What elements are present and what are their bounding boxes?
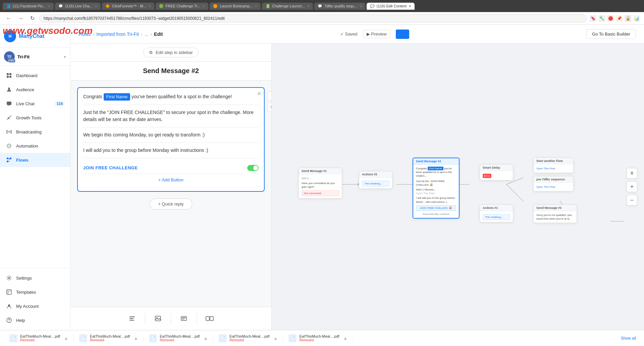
show-all-button[interactable]: Show all — [617, 336, 640, 341]
address-input[interactable]: https://manychat.com/fb1857970374451788/… — [39, 14, 587, 22]
flow-node-pre-7dfbc-sequence[interactable]: pre-7dfbc sequence Open This Flow — [533, 176, 574, 191]
sidebar-item-help[interactable]: Help — [0, 313, 70, 327]
ext-icon-3[interactable]: 🔴 — [607, 15, 614, 22]
close-message-button[interactable]: ✕ — [257, 91, 261, 97]
flow-node-send-message-1[interactable]: Send Message #1 Add a ... Have you commi… — [299, 168, 342, 198]
message-paragraph-4[interactable]: I will add you to the group before Monda… — [83, 147, 259, 154]
message-divider-3 — [83, 142, 259, 143]
sidebar-item-broadcasting[interactable]: Broadcasting — [0, 125, 70, 139]
automation-icon — [5, 142, 13, 150]
canvas-add-button[interactable]: + — [627, 181, 637, 192]
download-chevron-3[interactable]: ▲ — [204, 336, 208, 341]
download-chevron-4[interactable]: ▲ — [274, 336, 278, 341]
tab-close-3[interactable]: ✕ — [148, 4, 151, 8]
tab-close-5[interactable]: ✕ — [255, 4, 257, 8]
flow-canvas[interactable]: Send Message #1 Add a ... Have you commi… — [272, 44, 644, 330]
browser-tab-3[interactable]: 🔶 ClickFunnels™ - M... ✕ — [102, 3, 154, 10]
refresh-button[interactable]: ↻ — [28, 14, 37, 22]
download-filename-2: EatThisMuch-Meal....pdf — [90, 334, 130, 338]
browser-tab-7[interactable]: 💬 7dfbc qualify sequ... ✕ — [314, 3, 365, 10]
go-basic-builder-button[interactable]: Go To Basic Builder — [586, 29, 636, 39]
sidebar-item-flows[interactable]: Flows — [0, 153, 70, 167]
svg-rect-16 — [129, 318, 133, 319]
message-paragraph-2[interactable]: Just hit the "JOIN FREE CHALLENGE" to se… — [83, 109, 259, 123]
flow-node-actions-1[interactable]: Actions #1 This challeng... — [480, 205, 513, 222]
browser-tab-5[interactable]: 🟠 Launch Bootcamp... ✕ — [210, 3, 261, 10]
toolbar-row — [70, 307, 271, 330]
add-button-row[interactable]: + Add Button — [83, 174, 259, 186]
flow-node-smart-delay[interactable]: Smart Delay Error — [480, 164, 513, 180]
browser-tab-1[interactable]: 📘 (11) Facebook Pix... ✕ — [3, 3, 54, 10]
flow-node-send-message-2[interactable]: Send Message #2 Congrats First Name you'… — [413, 158, 460, 219]
first-name-tag[interactable]: First Name — [104, 93, 130, 101]
sidebar: M ManyChat TF PRO Tri-Fit ▾ Dashboard — [0, 25, 70, 330]
edit-step-sidebar-button[interactable]: ⚙ Edit step in sidebar — [143, 48, 199, 57]
tab-close-2[interactable]: ✕ — [95, 4, 97, 8]
gallery-toolbar-button[interactable] — [202, 311, 217, 326]
browser-tab-4[interactable]: 🟢 FREE Challenge Tr... ✕ — [156, 3, 208, 10]
download-chevron-5[interactable]: ▲ — [343, 336, 347, 341]
breadcrumb-ellipsis[interactable]: ... — [145, 32, 149, 37]
forward-button[interactable]: → — [16, 15, 25, 22]
message-card: ✕ ↑ ⧉ Congrats First Name you've been qu… — [77, 87, 265, 192]
toggle-switch[interactable] — [247, 165, 259, 171]
ext-icon-1[interactable]: 🔖 — [590, 15, 596, 22]
my-account-icon — [5, 302, 13, 310]
preview-button[interactable]: ▶ Preview — [363, 30, 390, 38]
flow-node-send-message-3[interactable]: Send Message #3 Sorry you're not qualifi… — [533, 205, 577, 223]
svg-rect-12 — [7, 290, 11, 294]
preview-icon: ▶ — [367, 32, 370, 37]
message-paragraph-1[interactable]: Congrats First Name you've been qualifie… — [83, 93, 259, 101]
move-up-button[interactable]: ↑ — [267, 91, 272, 101]
workspace-selector[interactable]: TF PRO Tri-Fit ▾ — [0, 48, 70, 66]
breadcrumb-edit: Edit — [154, 32, 163, 37]
flow-node-start-another-flow[interactable]: Start another Flow Open This Flow — [533, 158, 574, 173]
message-paragraph-3[interactable]: We begin this coming Monday, so get read… — [83, 131, 259, 138]
sidebar-item-growth-tools[interactable]: Growth Tools — [0, 111, 70, 125]
edit-step-label: Edit step in sidebar — [156, 50, 193, 55]
help-icon — [5, 316, 13, 324]
browser-tab-6[interactable]: 📗 Challenge Launch... ✕ — [262, 3, 313, 10]
breadcrumb-imported[interactable]: Imported from Tri-Fit — [96, 32, 139, 37]
sidebar-item-live-chat[interactable]: Live Chat 116 — [0, 97, 70, 111]
back-button[interactable]: ← — [4, 15, 13, 22]
sidebar-item-my-account[interactable]: My Account — [0, 299, 70, 313]
download-chevron-1[interactable]: ▲ — [64, 336, 68, 341]
ext-icon-4[interactable]: 📌 — [616, 15, 623, 22]
quick-reply-button[interactable]: + Quick reply — [150, 198, 192, 210]
browser-tab-2[interactable]: 💬 (116) Live Cha... ✕ — [55, 3, 100, 10]
ext-icon-6[interactable]: 📊 — [633, 15, 640, 22]
preview-label: Preview — [371, 32, 387, 37]
browser-tab-8[interactable]: 💬 (116) Edit Content ✕ — [367, 3, 415, 10]
ext-icon-5[interactable]: 🔒 — [625, 15, 631, 22]
tab-close-1[interactable]: ✕ — [48, 4, 50, 8]
image-toolbar-button[interactable] — [151, 311, 165, 326]
tab-close-4[interactable]: ✕ — [202, 4, 205, 8]
tab-close-8[interactable]: ✕ — [409, 4, 411, 8]
sidebar-item-templates[interactable]: Templates — [0, 285, 70, 299]
breadcrumb-flows[interactable]: Flows — [78, 32, 91, 37]
copy-button[interactable]: ⧉ — [267, 103, 272, 112]
congrats-text: Congrats — [83, 94, 104, 99]
color-swatch — [396, 30, 409, 39]
flow-node-actions-2[interactable]: Actions #2 This challeng... — [359, 171, 392, 189]
canvas-minus-button[interactable]: − — [627, 195, 637, 206]
card-toolbar-button[interactable] — [176, 311, 191, 326]
sidebar-item-automation[interactable]: Automation — [0, 139, 70, 153]
sidebar-item-dashboard[interactable]: Dashboard — [0, 68, 70, 82]
top-bar: Flows › Imported from Tri-Fit › ... › Ed… — [70, 25, 644, 44]
join-challenge-button-label[interactable]: JOIN FREE CHALLENGE — [83, 165, 138, 170]
saved-label: Saved — [345, 32, 358, 37]
tab-close-6[interactable]: ✕ — [307, 4, 310, 8]
sidebar-item-settings[interactable]: Settings — [0, 271, 70, 285]
download-chevron-2[interactable]: ▲ — [134, 336, 138, 341]
canvas-magic-button[interactable] — [627, 168, 637, 179]
tab-close-7[interactable]: ✕ — [359, 4, 362, 8]
download-filename-1: EatThisMuch-Meal....pdf — [20, 334, 60, 338]
ext-icon-2[interactable]: 🔧 — [598, 15, 605, 22]
svg-point-11 — [8, 277, 10, 279]
text-toolbar-button[interactable] — [125, 311, 140, 326]
sidebar-item-audience[interactable]: Audience — [0, 82, 70, 97]
download-item-5: 📄 EatThisMuch-Meal....pdf Removed ▲ — [283, 334, 353, 342]
edit-step-icon: ⚙ — [149, 50, 153, 55]
